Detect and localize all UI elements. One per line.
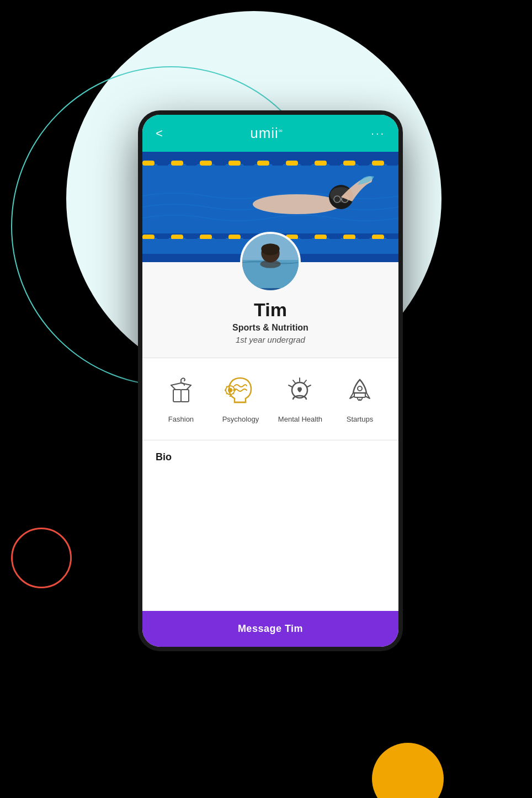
avatar-image — [242, 234, 299, 290]
startups-label: Startups — [347, 415, 373, 424]
svg-point-53 — [260, 260, 280, 268]
svg-rect-10 — [243, 161, 255, 166]
app-header: < umii∞ ··· — [142, 115, 398, 152]
interest-fashion: Fashion — [159, 374, 203, 424]
mental-health-label: Mental Health — [278, 415, 322, 424]
svg-line-58 — [187, 385, 191, 390]
svg-rect-18 — [358, 161, 370, 166]
profile-name: Tim — [254, 299, 287, 321]
psychology-icon — [222, 374, 258, 409]
fashion-icon — [163, 374, 199, 409]
back-button[interactable]: < — [156, 126, 163, 141]
svg-rect-8 — [214, 161, 226, 166]
svg-rect-16 — [329, 161, 341, 166]
svg-rect-32 — [200, 235, 212, 240]
svg-rect-30 — [171, 235, 183, 240]
svg-rect-44 — [372, 235, 384, 240]
startups-icon — [342, 374, 378, 409]
bio-heading: Bio — [156, 451, 172, 462]
svg-rect-28 — [142, 235, 155, 240]
svg-line-71 — [233, 386, 234, 387]
svg-rect-34 — [228, 235, 241, 240]
svg-rect-56 — [181, 390, 189, 402]
psychology-label: Psychology — [222, 415, 259, 424]
profile-year: 1st year undergrad — [236, 335, 305, 344]
svg-rect-7 — [200, 161, 212, 166]
svg-line-76 — [293, 380, 295, 383]
interests-grid: Fashion — [153, 374, 387, 424]
interest-startups: Startups — [338, 374, 382, 424]
svg-rect-29 — [157, 235, 169, 240]
interests-section: Fashion — [142, 358, 398, 440]
fashion-label: Fashion — [168, 415, 194, 424]
svg-line-75 — [307, 385, 311, 387]
svg-rect-4 — [157, 161, 169, 166]
svg-rect-3 — [142, 161, 155, 166]
profile-section: Tim Sports & Nutrition 1st year undergra… — [142, 262, 398, 358]
more-button[interactable]: ··· — [371, 127, 385, 140]
svg-rect-19 — [372, 161, 384, 166]
bio-section: Bio — [142, 440, 398, 611]
svg-line-77 — [289, 385, 292, 387]
message-button[interactable]: Message Tim — [142, 611, 398, 647]
svg-rect-43 — [358, 235, 370, 240]
svg-rect-15 — [315, 161, 327, 166]
avatar — [240, 232, 301, 292]
svg-rect-42 — [343, 235, 355, 240]
svg-rect-13 — [286, 161, 298, 166]
bg-circle-orange — [372, 743, 444, 798]
profile-study: Sports & Nutrition — [232, 323, 308, 333]
interest-mental-health: Mental Health — [278, 374, 322, 424]
svg-line-74 — [304, 380, 306, 383]
app-logo: umii∞ — [250, 125, 284, 142]
svg-rect-5 — [171, 161, 183, 166]
svg-point-24 — [334, 196, 341, 203]
svg-rect-45 — [386, 235, 398, 240]
svg-rect-55 — [173, 390, 181, 402]
svg-line-70 — [226, 393, 227, 394]
svg-rect-31 — [185, 235, 198, 240]
svg-rect-39 — [300, 235, 312, 240]
svg-rect-6 — [185, 161, 198, 166]
svg-rect-11 — [257, 161, 269, 166]
svg-line-60 — [181, 383, 191, 385]
svg-point-63 — [228, 388, 232, 392]
phone-shell: < umii∞ ··· — [138, 110, 403, 651]
phone-mockup: < umii∞ ··· — [138, 110, 403, 651]
interest-psychology: Psychology — [219, 374, 263, 424]
svg-line-57 — [171, 385, 175, 390]
bg-circle-red — [11, 528, 72, 588]
svg-point-78 — [358, 386, 362, 391]
svg-point-21 — [253, 194, 341, 214]
svg-rect-20 — [386, 161, 398, 166]
logo-decoration: ∞ — [279, 127, 284, 134]
svg-rect-1 — [142, 152, 398, 159]
svg-line-59 — [171, 383, 181, 385]
svg-line-68 — [226, 386, 227, 387]
mental-health-icon — [282, 374, 318, 409]
svg-rect-9 — [228, 161, 241, 166]
phone-screen: < umii∞ ··· — [142, 115, 398, 647]
svg-line-69 — [233, 393, 234, 394]
svg-rect-33 — [214, 235, 226, 240]
avatar-svg — [242, 234, 299, 290]
svg-rect-14 — [300, 161, 312, 166]
svg-rect-17 — [343, 161, 355, 166]
svg-rect-12 — [272, 161, 284, 166]
svg-rect-41 — [329, 235, 341, 240]
svg-rect-40 — [315, 235, 327, 240]
